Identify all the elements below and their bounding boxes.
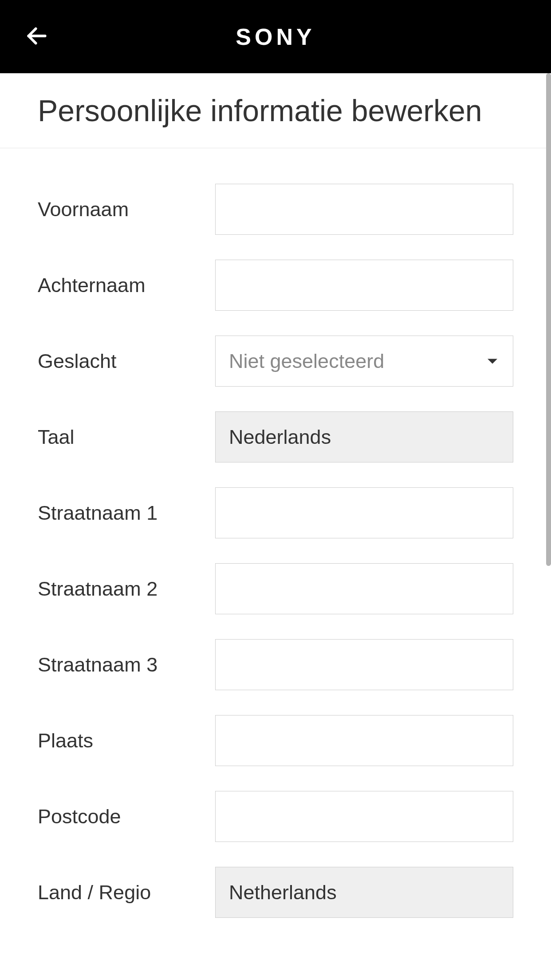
header: SONY [0, 0, 551, 73]
taal-readonly: Nederlands [215, 411, 513, 462]
achternaam-label: Achternaam [38, 274, 215, 297]
plaats-input[interactable] [215, 715, 513, 766]
form-row-land-regio: Land / Regio Netherlands [38, 867, 513, 918]
straatnaam1-input[interactable] [215, 487, 513, 538]
geslacht-placeholder: Niet geselecteerd [229, 350, 384, 373]
geslacht-select[interactable]: Niet geselecteerd [215, 336, 513, 387]
postcode-label: Postcode [38, 805, 215, 828]
form-row-straatnaam1: Straatnaam 1 [38, 487, 513, 538]
land-regio-readonly: Netherlands [215, 867, 513, 918]
voornaam-input[interactable] [215, 184, 513, 235]
form-row-postcode: Postcode [38, 791, 513, 842]
form-row-straatnaam2: Straatnaam 2 [38, 563, 513, 614]
plaats-label: Plaats [38, 729, 215, 752]
straatnaam1-label: Straatnaam 1 [38, 502, 215, 525]
postcode-input[interactable] [215, 791, 513, 842]
form-row-straatnaam3: Straatnaam 3 [38, 639, 513, 690]
form-container: Voornaam Achternaam Geslacht Niet gesele… [0, 148, 551, 918]
taal-label: Taal [38, 426, 215, 449]
caret-down-icon [488, 359, 497, 364]
straatnaam2-label: Straatnaam 2 [38, 577, 215, 601]
page-title: Persoonlijke informatie bewerken [0, 73, 551, 148]
achternaam-input[interactable] [215, 260, 513, 311]
voornaam-label: Voornaam [38, 198, 215, 221]
straatnaam3-label: Straatnaam 3 [38, 653, 215, 676]
geslacht-label: Geslacht [38, 350, 215, 373]
form-row-achternaam: Achternaam [38, 260, 513, 311]
straatnaam3-input[interactable] [215, 639, 513, 690]
form-row-voornaam: Voornaam [38, 184, 513, 235]
form-row-plaats: Plaats [38, 715, 513, 766]
straatnaam2-input[interactable] [215, 563, 513, 614]
scrollbar[interactable] [546, 73, 551, 566]
back-arrow-icon[interactable] [24, 24, 49, 50]
taal-value: Nederlands [229, 426, 331, 449]
land-regio-label: Land / Regio [38, 881, 215, 904]
form-row-geslacht: Geslacht Niet geselecteerd [38, 336, 513, 387]
sony-logo: SONY [236, 24, 315, 50]
land-regio-value: Netherlands [229, 881, 337, 904]
form-row-taal: Taal Nederlands [38, 411, 513, 462]
